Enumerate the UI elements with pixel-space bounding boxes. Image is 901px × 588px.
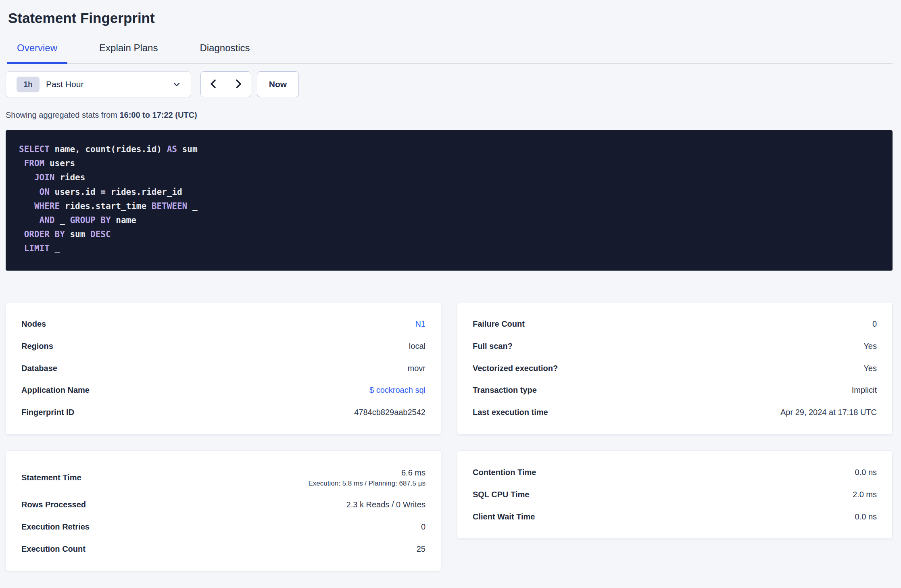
- table-row: Rows Processed 2.3 k Reads / 0 Writes: [21, 494, 425, 516]
- row-value: 25: [417, 544, 425, 554]
- row-label: Database: [21, 364, 57, 373]
- summary-cards: Nodes N1 Regions local Database movr App…: [6, 302, 893, 571]
- row-label: Statement Time: [21, 473, 81, 482]
- statement-fingerprint-page: Statement Fingerprint Overview Explain P…: [0, 0, 901, 588]
- sql-statement-box: SELECT name, count(rides.id) AS sum FROM…: [6, 130, 893, 271]
- row-label: Client Wait Time: [473, 512, 535, 521]
- row-label: Vectorized execution?: [473, 364, 558, 373]
- table-row: Database movr: [21, 357, 425, 379]
- table-row: Client Wait Time 0.0 ns: [473, 506, 877, 528]
- next-interval-button[interactable]: [226, 72, 251, 97]
- table-row: Execution Count 25: [21, 538, 425, 560]
- table-row: Contention Time 0.0 ns: [473, 462, 877, 484]
- row-value: 0: [872, 319, 877, 329]
- table-row: Last execution time Apr 29, 2024 at 17:1…: [473, 401, 877, 423]
- row-value: Yes: [863, 342, 877, 351]
- execution-attributes-card: Failure Count 0 Full scan? Yes Vectorize…: [457, 302, 893, 435]
- table-row: Fingerprint ID 4784cb829aab2542: [21, 401, 425, 423]
- table-row: Regions local: [21, 335, 425, 357]
- statement-time-values: 6.6 ms Execution: 5.8 ms / Planning: 687…: [309, 467, 425, 488]
- previous-interval-button[interactable]: [201, 72, 226, 97]
- row-value: Apr 29, 2024 at 17:18 UTC: [780, 408, 877, 417]
- row-subvalue: Execution: 5.8 ms / Planning: 687.5 µs: [309, 478, 425, 488]
- row-label: Failure Count: [473, 319, 525, 329]
- row-value: 2.0 ms: [853, 490, 877, 499]
- row-label: Application Name: [21, 386, 90, 395]
- row-label: Transaction type: [473, 386, 537, 395]
- row-value: 4784cb829aab2542: [354, 408, 425, 417]
- chevron-down-icon: [172, 79, 181, 89]
- page-title: Statement Fingerprint: [8, 11, 893, 25]
- row-label: Last execution time: [473, 408, 548, 417]
- aggregated-stats-caption: Showing aggregated stats from 16:00 to 1…: [6, 111, 893, 120]
- time-step-button-group: [200, 71, 251, 97]
- row-value: local: [409, 342, 425, 351]
- row-label: Execution Count: [21, 544, 86, 554]
- row-value: 0: [421, 522, 425, 532]
- row-label: SQL CPU Time: [473, 490, 529, 499]
- sql-code: SELECT name, count(rides.id) AS sum FROM…: [19, 142, 876, 256]
- row-label: Regions: [21, 342, 53, 351]
- row-label: Full scan?: [473, 342, 513, 351]
- nodes-link[interactable]: N1: [415, 319, 425, 329]
- statement-timing-card: Statement Time 6.6 ms Execution: 5.8 ms …: [6, 450, 441, 571]
- table-row: Transaction type Implicit: [473, 379, 877, 401]
- now-button[interactable]: Now: [257, 71, 299, 97]
- tab-overview[interactable]: Overview: [7, 42, 67, 64]
- statement-details-card: Nodes N1 Regions local Database movr App…: [6, 302, 441, 435]
- time-controls: 1h Past Hour: [6, 71, 893, 97]
- row-value: 2.3 k Reads / 0 Writes: [346, 500, 425, 509]
- time-range-dropdown[interactable]: 1h Past Hour: [6, 71, 191, 97]
- table-row: Execution Retries 0: [21, 516, 425, 538]
- table-row: Full scan? Yes: [473, 335, 877, 357]
- row-value: movr: [408, 364, 425, 373]
- row-label: Rows Processed: [21, 500, 86, 509]
- table-row: Application Name $ cockroach sql: [21, 379, 425, 401]
- chevron-right-icon: [233, 78, 244, 91]
- table-row: Statement Time 6.6 ms Execution: 5.8 ms …: [21, 462, 425, 494]
- time-range-label: Past Hour: [46, 79, 83, 89]
- chevron-left-icon: [208, 78, 219, 91]
- application-name-link[interactable]: $ cockroach sql: [369, 386, 425, 395]
- time-range-badge: 1h: [17, 77, 40, 92]
- caption-time-range: 16:00 to 17:22 (UTC): [119, 111, 197, 119]
- row-value: Yes: [863, 364, 877, 373]
- tab-explain-plans[interactable]: Explain Plans: [89, 42, 168, 64]
- table-row: Nodes N1: [21, 313, 425, 336]
- row-label: Contention Time: [473, 468, 536, 477]
- tab-diagnostics[interactable]: Diagnostics: [190, 42, 260, 64]
- table-row: Vectorized execution? Yes: [473, 357, 877, 379]
- table-row: SQL CPU Time 2.0 ms: [473, 484, 877, 506]
- wait-time-card: Contention Time 0.0 ns SQL CPU Time 2.0 …: [457, 450, 893, 539]
- table-row: Failure Count 0: [473, 313, 877, 336]
- row-label: Execution Retries: [21, 522, 90, 532]
- row-value: 0.0 ns: [855, 468, 877, 477]
- row-label: Nodes: [21, 319, 46, 329]
- caption-prefix: Showing aggregated stats from: [6, 111, 119, 119]
- row-value: 6.6 ms: [309, 467, 425, 478]
- tab-bar: Overview Explain Plans Diagnostics: [7, 42, 893, 64]
- row-value: 0.0 ns: [855, 512, 877, 521]
- row-label: Fingerprint ID: [21, 408, 74, 417]
- row-value: Implicit: [852, 386, 877, 395]
